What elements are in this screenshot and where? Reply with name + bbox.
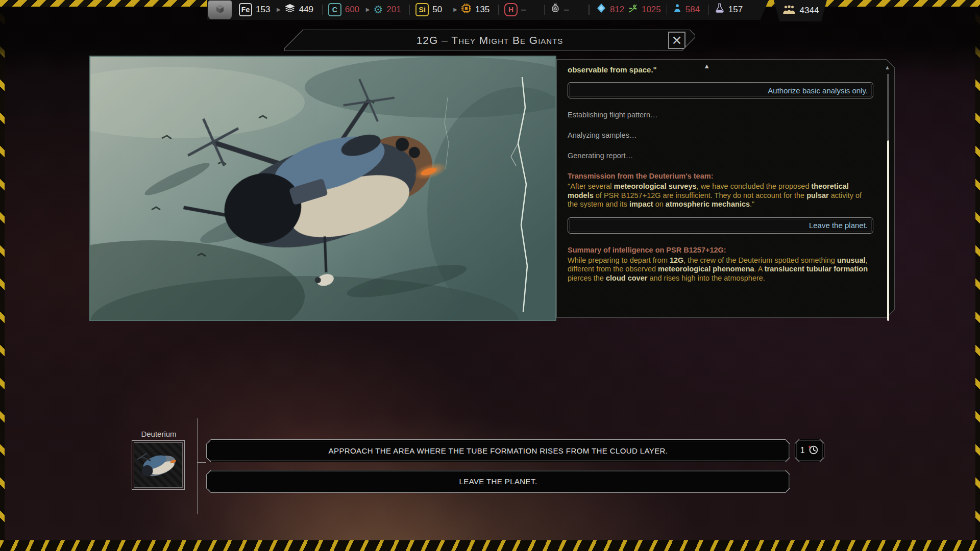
event-illustration — [89, 56, 556, 321]
organics-value: 1025 — [642, 5, 661, 15]
timer-clock-icon — [807, 444, 819, 457]
population-icon — [782, 5, 796, 17]
chips-value: 135 — [475, 5, 493, 15]
resource-fuel: 812 — [596, 3, 627, 16]
choice-timer: 1 — [795, 439, 824, 462]
cargo-cube-icon — [215, 4, 225, 16]
resource-gears: ⚙ 201 — [373, 4, 404, 15]
science-flask-icon — [715, 3, 725, 16]
ship-thumbnail[interactable] — [132, 440, 185, 490]
waste-value: – — [564, 5, 581, 15]
gears-value: 201 — [386, 5, 404, 15]
timer-value: 1 — [800, 446, 805, 455]
resource-carbon: C 600 — [328, 3, 362, 16]
convert-arrow-icon: ▶ — [366, 7, 370, 12]
choice-connector-stub — [197, 462, 206, 463]
crew-icon — [673, 3, 682, 16]
carbon-icon: C — [328, 3, 341, 16]
carbon-value: 600 — [345, 5, 362, 15]
resources-menu-button[interactable] — [208, 1, 232, 19]
convert-arrow-icon: ▶ — [453, 7, 457, 12]
event-title: 12G – They Might Be Giants — [416, 34, 564, 46]
gear-icon: ⚙ — [373, 4, 383, 15]
progress-line: Generating report… — [568, 152, 873, 160]
storm-ship-painting — [90, 57, 555, 320]
ship-sprite — [135, 445, 182, 486]
hydrogen-icon: H — [504, 3, 518, 16]
scrollbar-up-arrow-icon[interactable]: ▲ — [885, 65, 890, 70]
population-value: 4344 — [800, 6, 819, 16]
transmission-header: Transmission from the Deuterium's team: — [568, 172, 873, 180]
silicon-value: 50 — [432, 5, 450, 15]
population-tab[interactable]: 4344 — [774, 0, 827, 21]
resource-crew: 584 — [673, 3, 703, 16]
resource-science: 157 — [715, 3, 746, 16]
resource-silicon: Si 50 — [415, 3, 450, 16]
choice-approach-tube-formation[interactable]: APPROACH THE AREA WHERE THE TUBE FORMATI… — [206, 439, 790, 462]
event-dialog-titlebar: 12G – They Might Be Giants ✕ — [284, 30, 695, 51]
organics-icon — [627, 3, 638, 16]
fuel-value: 812 — [610, 5, 627, 15]
choice-label: LEAVE THE PLANET. — [459, 477, 537, 486]
choice-leave-planet[interactable]: LEAVE THE PLANET. — [206, 470, 790, 493]
metal-plates-value: 449 — [299, 5, 316, 15]
hydrogen-value: – — [521, 5, 538, 15]
choice-connector-line — [197, 418, 198, 514]
chosen-option-authorize-analysis[interactable]: Authorize basic analysis only. — [568, 82, 873, 98]
choice-label: APPROACH THE AREA WHERE THE TUBE FORMATI… — [329, 446, 668, 455]
event-log-panel: observable from space." ▲ Authorize basi… — [556, 59, 895, 318]
waste-bag-icon — [550, 3, 560, 16]
scrollbar-thumb[interactable] — [887, 140, 889, 321]
scrollbar-track[interactable] — [887, 74, 889, 140]
resource-organics: 1025 — [627, 3, 661, 16]
chosen-option-leave-planet[interactable]: Leave the planet. — [568, 217, 873, 234]
resource-hydrogen: H – — [504, 3, 538, 16]
resource-chips: 135 — [461, 3, 493, 16]
silicon-icon: Si — [415, 3, 429, 16]
hazard-border-right — [975, 0, 980, 551]
metal-plates-icon — [284, 4, 296, 15]
transmission-text: "After several meteorological surveys, w… — [568, 182, 873, 209]
iron-value: 153 — [256, 5, 273, 15]
hazard-border-left — [0, 0, 5, 551]
resource-bar: Fe 153 ▶ 449 C 600 ▶ ⚙ 201 Si 50 ▶ 135 H… — [207, 0, 769, 19]
hazard-border-bottom — [0, 540, 980, 551]
close-icon: ✕ — [672, 34, 682, 47]
resource-waste: – — [550, 3, 581, 16]
crew-value: 584 — [685, 5, 703, 15]
ship-name: Deuterium — [128, 430, 189, 438]
event-log-scrollbar[interactable]: ▲ — [886, 65, 890, 316]
chip-icon — [461, 3, 472, 16]
progress-line: Analyzing samples… — [568, 131, 873, 139]
close-button[interactable]: ✕ — [668, 32, 685, 49]
resource-iron: Fe 153 — [239, 3, 273, 16]
convert-arrow-icon: ▶ — [277, 7, 281, 12]
summary-text: While preparing to depart from 12G, the … — [568, 256, 873, 283]
progress-line: Establishing flight pattern… — [568, 111, 873, 119]
resource-metal-plates: 449 — [284, 4, 316, 15]
scroll-up-indicator-icon[interactable]: ▲ — [703, 62, 710, 70]
summary-header: Summary of intelligence on PSR B1257+12G… — [568, 246, 873, 254]
science-value: 157 — [728, 5, 746, 15]
fuel-crystal-icon — [596, 3, 606, 16]
event-text-tail: observable from space." — [568, 65, 873, 74]
iron-icon: Fe — [239, 3, 252, 16]
